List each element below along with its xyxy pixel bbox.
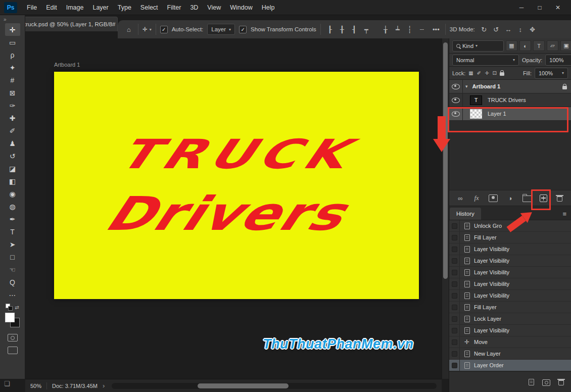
align-horizontal-centers-icon[interactable]: ╂ (337, 26, 347, 33)
rectangular-marquee-tool[interactable]: ▭ (5, 36, 20, 48)
menu-edit[interactable]: Edit (41, 0, 62, 15)
menu-filter[interactable]: Filter (163, 0, 186, 15)
history-item[interactable]: Lock Layer (449, 313, 571, 325)
foreground-color-swatch[interactable] (5, 313, 15, 322)
document-tab[interactable]: truck.psd @ 50% (Layer 1, RGB/8# (19, 17, 118, 31)
vertical-scrollbar[interactable] (442, 38, 449, 379)
3d-drag-icon[interactable]: ↔ (503, 26, 513, 33)
history-item[interactable]: Layer Visibility (449, 243, 571, 255)
auto-select-checkbox[interactable]: ✓ (160, 26, 168, 33)
align-bottom-edges-icon[interactable]: ┷ (393, 26, 403, 33)
3d-scale-icon[interactable]: ✥ (528, 26, 538, 33)
layer-row-truck-drivers[interactable]: T TRUCK Drivers (449, 93, 571, 107)
history-item[interactable]: Layer Visibility (449, 267, 571, 278)
history-item[interactable]: Move (449, 336, 571, 348)
history-source-well[interactable] (449, 243, 460, 255)
more-align-options-icon[interactable]: ••• (431, 26, 441, 33)
text-layer-thumbnail[interactable]: T (470, 95, 482, 105)
layer-visibility-toggle[interactable] (449, 93, 463, 107)
history-item[interactable]: Fill Layer (449, 232, 571, 243)
layer-styles-icon[interactable]: fx (472, 194, 481, 202)
menu-window[interactable]: Window (225, 0, 257, 15)
screen-mode-icon[interactable] (8, 347, 18, 354)
spot-healing-brush-tool[interactable]: ✚ (5, 112, 20, 124)
type-tool[interactable]: T (5, 225, 20, 238)
history-source-well[interactable] (449, 255, 460, 266)
menu-image[interactable]: Image (62, 0, 88, 15)
new-snapshot-icon[interactable] (542, 378, 550, 386)
filter-shape-layers-icon[interactable]: ▱ (547, 40, 558, 51)
eraser-tool[interactable]: ◪ (5, 162, 20, 175)
opacity-dropdown[interactable]: 100% ▾ (545, 55, 571, 66)
collapse-panel-icon[interactable]: » (0, 15, 10, 23)
history-brush-tool[interactable]: ↺ (5, 150, 20, 162)
lock-transparent-pixels-icon[interactable]: ▦ (468, 70, 473, 76)
edit-toolbar-icon[interactable]: ⋯ (5, 288, 20, 301)
layer-row-artboard-1[interactable]: ▾ Artboard 1 (449, 80, 571, 93)
add-layer-mask-icon[interactable] (489, 194, 498, 202)
history-item[interactable]: Layer Visibility (449, 278, 571, 290)
history-source-well[interactable] (449, 348, 460, 359)
link-layers-icon[interactable]: ∞ (456, 194, 464, 202)
history-item[interactable]: Layer Order (449, 360, 571, 371)
close-button[interactable]: ✕ (549, 0, 567, 15)
menu-select[interactable]: Select (136, 0, 163, 15)
lasso-tool[interactable]: ρ (5, 48, 20, 61)
status-expand-icon[interactable]: › (103, 382, 105, 389)
history-source-well[interactable] (449, 290, 460, 301)
distribute-horizontally-icon[interactable]: ┆ (405, 26, 415, 33)
horizontal-scrollbar-thumb[interactable] (198, 383, 289, 388)
history-item[interactable]: Layer Visibility (449, 255, 571, 267)
3d-rotate-icon[interactable]: ↻ (479, 26, 489, 33)
lock-artboard-icon[interactable]: ⊡ (493, 70, 497, 76)
menu-3d[interactable]: 3D (185, 0, 203, 15)
frame-tool[interactable]: ⊠ (5, 86, 20, 99)
vertical-scrollbar-thumb[interactable] (443, 42, 448, 279)
maximize-button[interactable]: □ (531, 0, 549, 15)
history-source-well[interactable] (449, 267, 460, 278)
zoom-level[interactable]: 50% (30, 383, 41, 389)
align-vertical-centers-icon[interactable]: ╁ (380, 26, 391, 33)
history-source-well[interactable] (449, 325, 460, 336)
menu-help[interactable]: Help (257, 0, 279, 15)
layer-visibility-toggle[interactable] (449, 80, 463, 93)
blur-tool[interactable]: ◉ (5, 187, 20, 200)
blend-mode-dropdown[interactable]: Normal ▾ (452, 55, 519, 66)
history-item[interactable]: Layer Visibility (449, 325, 571, 336)
menu-view[interactable]: View (203, 0, 225, 15)
dodge-tool[interactable]: ◍ (5, 200, 20, 213)
history-source-well[interactable] (449, 302, 460, 313)
canvas-area[interactable]: Artboard 1 TRUCK Drivers ThuThuatPhanMem… (25, 38, 442, 379)
tool-preset-dropdown[interactable]: ✛ ▾ (142, 26, 152, 33)
history-source-well[interactable] (449, 336, 460, 348)
chevron-down-icon[interactable]: ▾ (465, 84, 468, 89)
photoshop-logo[interactable]: Ps (4, 2, 17, 13)
pen-tool[interactable]: ✒ (5, 213, 20, 225)
home-icon[interactable]: ⌂ (124, 26, 134, 33)
hand-tool[interactable]: ☜ (5, 263, 20, 276)
artboard[interactable]: TRUCK Drivers (54, 72, 419, 299)
filter-smart-objects-icon[interactable]: ▣ (560, 40, 571, 51)
new-document-from-state-icon[interactable] (529, 379, 534, 385)
auto-select-target-dropdown[interactable]: Layer ▾ (207, 24, 235, 35)
lock-all-icon[interactable] (500, 72, 504, 76)
history-source-well[interactable] (449, 232, 460, 243)
menu-file[interactable]: File (22, 0, 41, 15)
delete-state-icon[interactable] (558, 378, 564, 385)
history-item[interactable]: Layer Visibility (449, 290, 571, 302)
filter-pixel-layers-icon[interactable]: ▦ (506, 40, 517, 51)
filter-adjustment-layers-icon[interactable]: ◐ (519, 40, 531, 51)
brush-tool[interactable]: ✐ (5, 124, 20, 137)
panel-menu-icon[interactable]: ≡ (562, 210, 566, 220)
align-left-edges-icon[interactable]: ┠ (325, 26, 335, 33)
default-colors-icon[interactable] (6, 304, 13, 311)
horizontal-scrollbar[interactable] (112, 383, 437, 389)
menu-type[interactable]: Type (113, 0, 136, 15)
history-item[interactable]: New Layer (449, 348, 571, 360)
quick-selection-tool[interactable]: ✦ (5, 61, 20, 74)
zoom-tool[interactable]: Q (5, 276, 20, 288)
3d-slide-icon[interactable]: ↕ (515, 26, 526, 33)
history-source-well[interactable] (449, 360, 460, 371)
history-item[interactable]: Fill Layer (449, 302, 571, 313)
align-right-edges-icon[interactable]: ┨ (349, 26, 359, 33)
